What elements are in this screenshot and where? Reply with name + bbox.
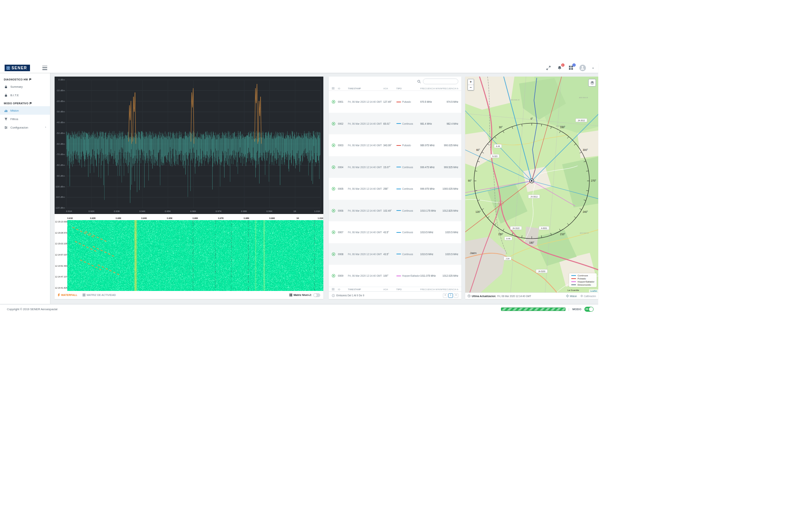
user-avatar[interactable] (579, 65, 586, 71)
emitter-frecuencia-minima: 999.975 MHz (420, 187, 442, 190)
target-icon (332, 209, 335, 212)
table-row[interactable]: 0005Fri, 06 Mar 2020 12:14:40 GMT255°Con… (329, 178, 461, 200)
table-row[interactable]: 0008Fri, 06 Mar 2020 12:14:40 GMT43.5°Co… (329, 243, 461, 265)
zoom-in-button[interactable]: + (468, 79, 474, 85)
table-footer: Emisores Del 1 Al 9 De 9 « 1 » (329, 291, 461, 299)
pagination-last-button[interactable]: » (454, 293, 458, 298)
map-layers-button[interactable] (588, 79, 596, 87)
emitter-frecuencia-minima: 999.475 MHz (420, 166, 442, 169)
leaflet-attribution[interactable]: Leaflet (589, 289, 598, 292)
emitter-status-icon[interactable] (332, 231, 338, 234)
emitter-frecuencia-minima: 1010.175 MHz (420, 209, 442, 212)
legend-label: Pulsado (577, 277, 586, 280)
emitter-status-icon[interactable] (332, 100, 338, 104)
compass-degree-label: 30° (499, 126, 503, 129)
emitter-aoa: 43.5° (383, 253, 396, 256)
sidebar-item-bite[interactable]: B.I.T.E (0, 91, 50, 99)
modo-toggle[interactable]: ON (584, 307, 594, 312)
compass-degree-label: 300° (583, 149, 588, 151)
spectrum-chart[interactable] (55, 77, 323, 214)
sidebar-item-mision[interactable]: Mision (0, 106, 50, 115)
emitter-status-icon[interactable] (332, 209, 338, 212)
menu-toggle-button[interactable] (42, 66, 47, 70)
emitter-timestamp: Fri, 06 Mar 2020 12:14:40 GMT (348, 122, 383, 125)
mision-button[interactable]: Mision (566, 294, 577, 297)
tipo-color-dash (396, 189, 401, 189)
zoom-out-button[interactable]: − (468, 85, 474, 90)
emitter-frecuencia-maxima: 1000.025 MHz (442, 187, 458, 190)
tipo-color-dash (396, 102, 401, 102)
svg-text:JA-3012: JA-3012 (578, 119, 585, 122)
table-row[interactable]: 0009Fri, 06 Mar 2020 12:14:40 GMT100°Hop… (329, 265, 461, 287)
compass-degree-label: 240° (583, 211, 588, 213)
table-row[interactable]: 0001Fri, 06 Mar 2020 12:14:40 GMT127.49°… (329, 91, 461, 113)
sidebar-item-label: B.I.T.E (10, 94, 19, 97)
emitter-timestamp: Fri, 06 Mar 2020 12:14:40 GMT (348, 209, 383, 212)
search-input[interactable] (423, 79, 458, 84)
emitter-frecuencia-minima: 981.4 MHz (420, 122, 442, 125)
target-dot (333, 123, 334, 124)
emitter-aoa: 255° (383, 187, 396, 190)
emitter-status-icon[interactable] (332, 274, 338, 277)
waterfall-chart[interactable] (55, 216, 323, 291)
svg-text:A-44: A-44 (506, 237, 511, 240)
emitter-id: 0007 (338, 231, 348, 234)
emitter-tipo: Pulsado (396, 144, 420, 147)
emitter-id: 0001 (338, 100, 348, 103)
emitter-timestamp: Fri, 06 Mar 2020 12:14:40 GMT (348, 144, 383, 147)
main-content: WATERFALL MATRIZ DE ACTIVIDAD Matriz Niv… (50, 73, 598, 304)
emitter-frecuencia-maxima: 1012.825 MHz (442, 209, 458, 212)
compass-degree-label: 90° (468, 179, 472, 182)
svg-text:A-6001: A-6001 (541, 227, 547, 229)
emitter-status-icon[interactable] (332, 144, 338, 147)
target-icon (332, 231, 335, 234)
emitter-tipo: Continuos (396, 209, 420, 212)
emitter-frecuencia-maxima: 1020.5 MHz (442, 253, 458, 256)
apps-grid-icon[interactable]: 3 (568, 65, 574, 70)
pagination-first-button[interactable]: « (443, 293, 448, 298)
emitter-timestamp: Fri, 06 Mar 2020 12:14:40 GMT (348, 231, 383, 234)
map-canvas[interactable]: 4011.3141.134011.3145.134012.3144.134011… (465, 77, 598, 292)
table-row[interactable]: 0002Fri, 06 Mar 2020 12:14:40 GMT65.01°C… (329, 113, 461, 135)
table-row[interactable]: 0003Fri, 06 Mar 2020 12:14:40 GMT343.99°… (329, 134, 461, 156)
column-header: AOA (383, 288, 396, 291)
flag-icon (29, 79, 32, 81)
matriz-nivel-toggle[interactable] (313, 293, 320, 297)
emitter-status-icon[interactable] (332, 165, 338, 169)
sidebar: DIAGNOSTICO HW Summary B.I.T.E MODO OPER… (0, 73, 50, 304)
sidebar-item-summary[interactable]: Summary (0, 82, 50, 91)
tab-matriz-actividad[interactable]: MATRIZ DE ACTIVIDAD (83, 294, 116, 296)
sliders-icon (4, 125, 8, 129)
table-row[interactable]: 0006Fri, 06 Mar 2020 12:14:40 GMT102.49°… (329, 200, 461, 222)
crosshair-icon (566, 294, 569, 297)
target-dot (333, 145, 334, 146)
emitter-tipo: Continuos (396, 187, 420, 190)
calibracion-button[interactable]: Calibración (580, 294, 596, 297)
fullscreen-icon[interactable] (546, 65, 551, 70)
table-row[interactable]: 0004Fri, 06 Mar 2020 12:14:40 GMT15.07°C… (329, 156, 461, 178)
sidebar-item-filtros[interactable]: Filtros (0, 115, 50, 123)
emitter-status-icon[interactable] (332, 252, 338, 256)
tab-waterfall[interactable]: WATERFALL (58, 293, 77, 297)
notifications-bell-icon[interactable]: 3 (557, 65, 562, 70)
table-row[interactable]: 0007Fri, 06 Mar 2020 12:14:40 GMT43.5°Co… (329, 221, 461, 243)
emitter-timestamp: Fri, 06 Mar 2020 12:14:40 GMT (348, 100, 383, 103)
matriz-nivel-control: Matriz Nivel-2: (290, 293, 320, 297)
column-header: TIMESTAMP (348, 288, 383, 291)
pagination-page-button[interactable]: 1 (448, 293, 453, 298)
emitter-status-icon[interactable] (332, 187, 338, 190)
emitter-status-icon[interactable] (332, 122, 338, 125)
compass-degree-label: 0° (531, 117, 533, 120)
chevron-down-icon[interactable]: ▾ (592, 67, 594, 69)
sener-logo[interactable]: SENER (5, 65, 30, 71)
tipo-color-dash (396, 254, 401, 254)
emitter-frecuencia-maxima: 1020.5 MHz (442, 231, 458, 234)
svg-text:JA-5200: JA-5200 (538, 270, 546, 272)
legend-item: Continuos (571, 274, 594, 277)
sidebar-item-configuracion[interactable]: Configuracion › (0, 123, 50, 132)
sidebar-section-modo-operativo: MODO OPERATIVO (0, 99, 50, 106)
flag-icon (30, 102, 32, 105)
emitter-id: 0005 (338, 187, 348, 190)
emitter-aoa: 100° (383, 274, 396, 277)
chart-panel-footer: WATERFALL MATRIZ DE ACTIVIDAD Matriz Niv… (55, 291, 323, 299)
